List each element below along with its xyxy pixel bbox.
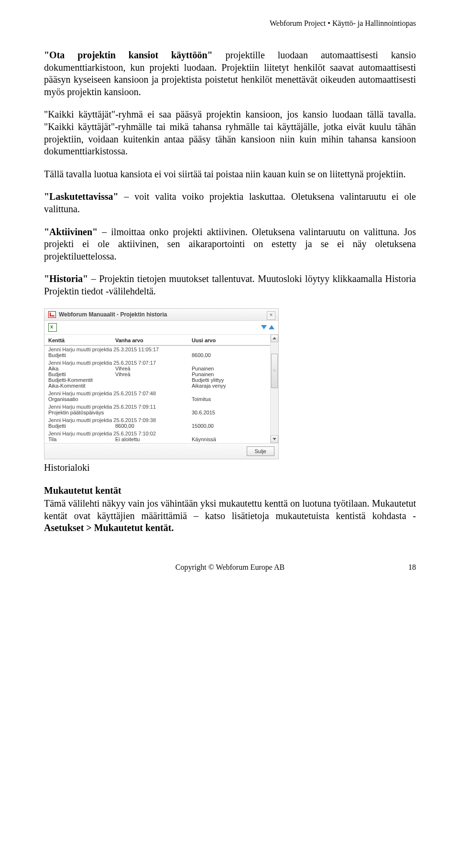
scroll-up-button[interactable] [271,335,278,342]
entry-old: Ei aloitettu [115,436,192,442]
entry-field: Projektin päätöspäiväys [48,410,115,415]
entry-old: Vihreä [115,366,192,371]
history-entry: Jenni Harju muutti projektia 25.6.2015 7… [44,390,278,403]
entry-row: BudjettiVihreäPunainen [48,371,274,377]
scroll-track[interactable] [271,342,278,435]
entry-row: Aika-KommentitAikaraja venyy [48,383,274,389]
entry-new: Punainen [192,366,274,371]
paragraph-2: "Kaikki käyttäjät"-ryhmä ei saa pääsyä p… [44,108,416,157]
history-entry: Jenni Harju muutti projektia 25.6.2015 7… [44,403,278,416]
dialog-toolbar [44,321,278,335]
col-uusi-arvo: Uusi arvo [192,337,274,343]
entry-meta: Jenni Harju muutti projektia 25.6.2015 7… [48,391,274,396]
entry-new: Toimitus [192,396,274,402]
entry-field: Organisaatio [48,396,115,402]
entry-meta: Jenni Harju muutti projektia 25.6.2015 7… [48,360,274,366]
entry-old [115,377,192,383]
paragraph-8a: Tämä välilehti näkyy vain jos vähintään … [44,498,416,521]
entry-row: OrganisaatioToimitus [48,396,274,402]
history-dialog: Webforum Manuaalit - Projektin historia … [44,308,279,459]
arrow-down-icon[interactable] [261,325,267,329]
entry-new: Punainen [192,371,274,377]
scroll-thumb[interactable] [271,354,278,388]
term-historia: "Historia" [44,273,88,284]
entry-row: Budjetti8600,00 [48,352,274,358]
entry-row: TilaEi aloitettuKäynnissä [48,436,274,442]
entry-old [115,410,192,415]
webforum-logo-icon [48,311,56,318]
entry-field: Budjetti [48,423,115,429]
paragraph-3: Tällä tavalla luotua kansiota ei voi sii… [44,168,416,181]
entry-new: Aikaraja venyy [192,383,274,389]
entry-meta: Jenni Harju muutti projektia 25.6.2015 7… [48,417,274,423]
footer-copyright: Copyright © Webforum Europe AB [175,563,284,571]
entry-field: Aika-Kommentit [48,383,115,389]
term-laskutettavissa: "Laskutettavissa" [44,191,119,202]
page-footer: Copyright © Webforum Europe AB 18 [44,563,416,572]
entry-field: Budjetti [48,371,115,377]
entry-new: 15000,00 [192,423,274,429]
term-aktiivinen: "Aktiivinen" [44,227,98,237]
footer-page-number: 18 [408,563,416,572]
term-mukautetut-kentat: Mukautetut kentät [44,485,121,496]
entry-old: 8600,00 [115,423,192,429]
entry-field: Aika [48,366,115,371]
paragraph-6-rest: – Projektin tietojen muutokset tallentuv… [44,273,416,296]
dialog-footer: Sulje [44,443,278,459]
scroll-down-button[interactable] [271,435,278,443]
history-entry: Jenni Harju muutti projektia 25.6.2015 7… [44,359,278,390]
col-kentta: Kenttä [48,337,115,343]
paragraph-6: "Historia" – Projektin tietojen muutokse… [44,273,416,297]
entry-row: AikaVihreäPunainen [48,366,274,371]
entry-meta: Jenni Harju muutti projektia 25.3.2015 1… [48,347,274,352]
paragraph-5-rest: – ilmoittaa onko projekti aktiivinen. Ol… [44,227,416,261]
history-entry: Jenni Harju muutti projektia 25.3.2015 1… [44,346,278,359]
entry-row: Budjetti8600,0015000,00 [48,423,274,429]
excel-export-icon[interactable] [48,323,57,332]
entry-meta: Jenni Harju muutti projektia 25.6.2015 7… [48,404,274,410]
dialog-scrollbar[interactable] [270,335,278,443]
paragraph-1: "Ota projektin kansiot käyttöön" projekt… [44,49,416,98]
page-header: Webforum Project • Käyttö- ja Hallinnoin… [44,19,416,28]
entry-new: Budjetti ylittyy [192,377,274,383]
entry-new: 30.6.2015 [192,410,274,415]
dialog-titlebar: Webforum Manuaalit - Projektin historia … [44,309,278,321]
sort-arrows [261,325,274,329]
entry-old [115,352,192,358]
figure-caption: Historialoki [44,462,416,473]
entry-field: Tila [48,436,115,442]
arrow-up-icon[interactable] [269,325,274,329]
paragraph-4: "Laskutettavissa" – voit valita voiko pr… [44,191,416,215]
entry-field: Budjetti-Kommentit [48,377,115,383]
history-entry: Jenni Harju muutti projektia 25.6.2015 7… [44,430,278,443]
entry-new: 8600,00 [192,352,274,358]
entry-meta: Jenni Harju muutti projektia 25.6.2015 7… [48,431,274,436]
dialog-title-text: Webforum Manuaalit - Projektin historia [59,311,167,318]
close-button[interactable]: Sulje [247,446,274,456]
path-asetukset: Asetukset > Mukautetut kentät. [44,522,174,533]
term-ota-kansiot: "Ota projektin kansiot käyttöön" [44,50,213,60]
col-vanha-arvo: Vanha arvo [115,337,192,343]
entry-field: Budjetti [48,352,115,358]
entry-row: Budjetti-KommentitBudjetti ylittyy [48,377,274,383]
history-entries: Jenni Harju muutti projektia 25.3.2015 1… [44,346,278,443]
entry-old [115,396,192,402]
dialog-close-icon[interactable]: × [267,311,275,320]
paragraph-5: "Aktiivinen" – ilmoittaa onko projekti a… [44,226,416,263]
table-header: Kenttä Vanha arvo Uusi arvo [44,335,278,346]
paragraph-8: Tämä välilehti näkyy vain jos vähintään … [44,498,416,534]
dialog-body: Kenttä Vanha arvo Uusi arvo Jenni Harju … [44,335,278,443]
entry-new: Käynnissä [192,436,274,442]
heading-mukautetut-kentat: Mukautetut kentät [44,485,416,497]
entry-row: Projektin päätöspäiväys30.6.2015 [48,410,274,415]
history-entry: Jenni Harju muutti projektia 25.6.2015 7… [44,416,278,430]
entry-old: Vihreä [115,371,192,377]
entry-old [115,383,192,389]
